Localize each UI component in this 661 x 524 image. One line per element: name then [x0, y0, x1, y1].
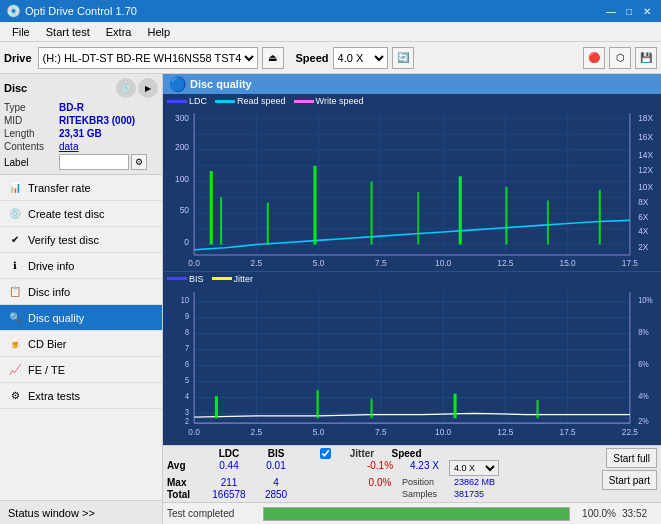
progress-bar-outer: [263, 507, 570, 521]
svg-rect-42: [220, 197, 222, 244]
avg-bis: 0.01: [256, 460, 296, 476]
ldc-color: [167, 100, 187, 103]
nav-items: 📊 Transfer rate 💿 Create test disc ✔ Ver…: [0, 175, 162, 500]
svg-text:10.0: 10.0: [435, 427, 451, 438]
svg-rect-41: [210, 171, 213, 245]
svg-text:2%: 2%: [638, 417, 648, 427]
extra-tests-icon: ⚙: [8, 389, 22, 403]
svg-text:8: 8: [185, 327, 190, 337]
avg-row: Avg 0.44 0.01 -0.1% 4.23 X 4.0 X: [167, 460, 598, 476]
max-jitter: 0.0%: [360, 477, 400, 488]
svg-text:12.5: 12.5: [497, 258, 513, 268]
svg-text:300: 300: [175, 113, 189, 123]
svg-rect-94: [454, 394, 457, 418]
action-buttons: Start full Start part: [602, 448, 657, 490]
read-speed-color: [215, 100, 235, 103]
svg-text:6X: 6X: [638, 212, 649, 222]
status-window-button[interactable]: Status window >>: [0, 500, 162, 524]
label-key: Label: [4, 157, 59, 168]
samples-val: 381735: [454, 489, 504, 500]
svg-rect-48: [505, 187, 507, 245]
svg-text:8%: 8%: [638, 327, 648, 337]
nav-verify-test-disc[interactable]: ✔ Verify test disc: [0, 227, 162, 253]
label-input[interactable]: [59, 154, 129, 170]
contents-value[interactable]: data: [59, 141, 78, 152]
svg-text:12.5: 12.5: [497, 427, 513, 438]
avg-jitter: -0.1%: [360, 460, 400, 476]
nav-fe-te[interactable]: 📈 FE / TE: [0, 357, 162, 383]
save-button[interactable]: 💾: [635, 47, 657, 69]
start-part-button[interactable]: Start part: [602, 470, 657, 490]
svg-text:18X: 18X: [638, 113, 653, 123]
ldc-chart-svg: 300 200 100 50 0 0.0 2.5 5.0 7.5 10.0 12…: [163, 108, 661, 271]
max-row: Max 211 4 0.0% Position 23862 MB: [167, 477, 598, 488]
svg-text:17.5: 17.5: [622, 258, 638, 268]
menu-bar: File Start test Extra Help: [0, 22, 661, 42]
label-btn[interactable]: ⚙: [131, 154, 147, 170]
svg-rect-49: [547, 200, 549, 244]
nav-disc-info[interactable]: 📋 Disc info: [0, 279, 162, 305]
read-speed-legend-item: Read speed: [215, 96, 286, 106]
menu-start-test[interactable]: Start test: [38, 24, 98, 40]
jitter-checkbox[interactable]: [320, 448, 331, 459]
nav-drive-info[interactable]: ℹ Drive info: [0, 253, 162, 279]
read-speed-label: Read speed: [237, 96, 286, 106]
nav-extra-tests[interactable]: ⚙ Extra tests: [0, 383, 162, 409]
close-button[interactable]: ✕: [639, 3, 655, 19]
disc-mid-row: MID RITEKBR3 (000): [4, 115, 158, 126]
stats-table: LDC BIS Jitter Speed Avg 0.44 0.01 -0.1%: [167, 448, 598, 500]
svg-text:8X: 8X: [638, 197, 649, 207]
minimize-button[interactable]: —: [603, 3, 619, 19]
toolbar: Drive (H:) HL-DT-ST BD-RE WH16NS58 TST4 …: [0, 42, 661, 74]
disc-info-icon: 📋: [8, 285, 22, 299]
disc-title: Disc: [4, 82, 27, 94]
svg-text:22.5: 22.5: [622, 427, 638, 438]
maximize-button[interactable]: □: [621, 3, 637, 19]
speed-select[interactable]: 4.0 X: [333, 47, 388, 69]
drive-info-icon: ℹ: [8, 259, 22, 273]
eject-button[interactable]: ⏏: [262, 47, 284, 69]
nav-create-test-disc[interactable]: 💿 Create test disc: [0, 201, 162, 227]
svg-text:0.0: 0.0: [188, 427, 200, 438]
svg-text:50: 50: [180, 205, 190, 215]
svg-text:2.5: 2.5: [251, 258, 263, 268]
svg-text:200: 200: [175, 142, 189, 152]
nav-cd-bier[interactable]: 🍺 CD Bier: [0, 331, 162, 357]
disc-header: Disc 💿 ▶: [4, 78, 158, 98]
svg-text:100: 100: [175, 173, 189, 183]
position-label: Position: [402, 477, 452, 488]
menu-extra[interactable]: Extra: [98, 24, 140, 40]
refresh-button[interactable]: 🔄: [392, 47, 414, 69]
svg-text:2X: 2X: [638, 242, 649, 252]
main-area: Disc 💿 ▶ Type BD-R MID RITEKBR3 (000) Le…: [0, 74, 661, 524]
menu-help[interactable]: Help: [139, 24, 178, 40]
fe-te-icon: 📈: [8, 363, 22, 377]
length-label: Length: [4, 128, 59, 139]
ldc-label: LDC: [189, 96, 207, 106]
svg-rect-43: [267, 203, 269, 245]
bis-label: BIS: [189, 274, 204, 284]
disc-length-row: Length 23,31 GB: [4, 128, 158, 139]
drive-select[interactable]: (H:) HL-DT-ST BD-RE WH16NS58 TST4: [38, 47, 258, 69]
svg-text:0: 0: [184, 237, 189, 247]
mid-value: RITEKBR3 (000): [59, 115, 135, 126]
svg-text:14X: 14X: [638, 150, 653, 160]
speed-select-stats[interactable]: 4.0 X: [449, 460, 499, 476]
jitter-color: [212, 277, 232, 280]
max-label: Max: [167, 477, 202, 488]
transfer-rate-icon: 📊: [8, 181, 22, 195]
disc-icon: 💿: [116, 78, 136, 98]
btn1[interactable]: 🔴: [583, 47, 605, 69]
total-label: Total: [167, 489, 202, 500]
disc-icon2[interactable]: ▶: [138, 78, 158, 98]
max-ldc: 211: [204, 477, 254, 488]
svg-text:7.5: 7.5: [375, 427, 387, 438]
nav-disc-quality[interactable]: 🔍 Disc quality: [0, 305, 162, 331]
nav-transfer-rate[interactable]: 📊 Transfer rate: [0, 175, 162, 201]
create-test-icon: 💿: [8, 207, 22, 221]
start-full-button[interactable]: Start full: [606, 448, 657, 468]
btn2[interactable]: ⬡: [609, 47, 631, 69]
length-value: 23,31 GB: [59, 128, 102, 139]
menu-file[interactable]: File: [4, 24, 38, 40]
svg-text:3: 3: [185, 407, 190, 417]
